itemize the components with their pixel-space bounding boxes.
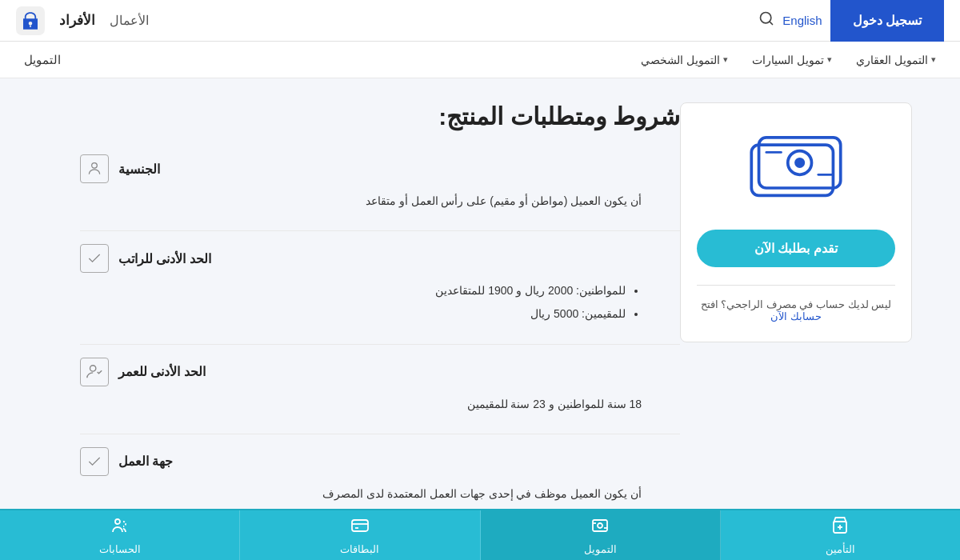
- no-account-text: ليس لديك حساب في مصرف الراجحي؟ افتح حساب…: [697, 298, 895, 322]
- nav-cars-label: تمويل السيارات: [752, 54, 824, 66]
- nav-finance-main[interactable]: التمويل: [24, 53, 61, 67]
- top-nav: تسجيل دخول English الأعمال الأفراد: [0, 0, 960, 42]
- req-title-salary: الحد الأدنى للراتب: [118, 251, 211, 266]
- nav-personal-label: التمويل الشخصي: [641, 54, 720, 66]
- nav-mortgage[interactable]: ▾ التمويل العقاري: [856, 54, 936, 66]
- insurance-icon: [830, 516, 850, 540]
- divider-3: [80, 434, 680, 434]
- svg-point-11: [115, 519, 120, 524]
- english-link[interactable]: English: [782, 14, 822, 27]
- chevron-down-icon: ▾: [723, 54, 728, 65]
- req-body-salary: للمواطنين: 2000 ريال و 1900 للمتقاعدين ل…: [80, 281, 680, 324]
- secondary-nav: ▾ التمويل العقاري ▾ تمويل السيارات ▾ الت…: [0, 42, 960, 78]
- bottom-nav-finance[interactable]: التمويل: [481, 510, 721, 547]
- requirement-employer: جهة العمل أن يكون العميل موظف في إحدى جه…: [80, 447, 680, 504]
- salary-item-citizen: للمواطنين: 2000 ريال و 1900 للمتقاعدين: [80, 281, 626, 301]
- req-header-employer: جهة العمل: [80, 447, 680, 476]
- requirement-salary: الحد الأدنى للراتب للمواطنين: 2000 ريال …: [80, 244, 680, 324]
- nav-personal[interactable]: ▾ التمويل الشخصي: [641, 54, 728, 66]
- content-left: شروط ومتطلبات المنتج: الجنسية أن يكون ال…: [48, 102, 680, 523]
- bottom-nav-accounts[interactable]: الحسابات: [0, 510, 240, 547]
- accounts-label: الحسابات: [99, 543, 141, 547]
- finance-label: التمويل: [584, 543, 617, 547]
- svg-point-16: [598, 523, 602, 528]
- req-title-nationality: الجنسية: [118, 162, 160, 177]
- secondary-nav-items: ▾ التمويل العقاري ▾ تمويل السيارات ▾ الت…: [641, 54, 936, 66]
- top-nav-left: تسجيل دخول English: [758, 0, 944, 42]
- nav-cars[interactable]: ▾ تمويل السيارات: [752, 54, 832, 66]
- bottom-nav-cards[interactable]: البطاقات: [240, 510, 480, 547]
- nav-amal-label[interactable]: الأعمال: [110, 13, 149, 28]
- person-icon: [80, 154, 109, 183]
- nav-logo: الأعمال الأفراد: [16, 6, 149, 35]
- main-content: شروط ومتطلبات المنتج: الجنسية أن يكون ال…: [0, 78, 960, 547]
- cards-label: البطاقات: [340, 543, 379, 547]
- svg-point-3: [92, 163, 98, 169]
- check-icon-employer: [80, 447, 109, 476]
- open-account-link[interactable]: حسابك الآن: [770, 310, 822, 322]
- req-header-age: الحد الأدنى للعمر: [80, 358, 680, 386]
- money-icon: [744, 127, 848, 207]
- req-title-age: الحد الأدنى للعمر: [118, 364, 206, 379]
- insurance-label: التأمين: [826, 543, 855, 547]
- chevron-down-icon: ▾: [931, 54, 936, 65]
- svg-line-1: [770, 22, 773, 25]
- svg-point-4: [90, 365, 96, 370]
- divider-1: [80, 230, 680, 231]
- req-header-salary: الحد الأدنى للراتب: [80, 244, 680, 273]
- divider-2: [80, 344, 680, 345]
- person-check-icon: [80, 358, 109, 386]
- content-right: تقدم بطلبك الآن ليس لديك حساب في مصرف ال…: [680, 102, 912, 523]
- apply-button[interactable]: تقدم بطلبك الآن: [697, 230, 895, 267]
- req-body-nationality: أن يكون العميل (مواطن أو مقيم) على رأس ا…: [80, 191, 680, 211]
- accounts-icon: [110, 516, 130, 540]
- svg-point-8: [794, 158, 805, 168]
- search-button[interactable]: [758, 10, 774, 30]
- requirement-nationality: الجنسية أن يكون العميل (مواطن أو مقيم) ع…: [80, 154, 680, 211]
- cards-icon: [350, 516, 370, 540]
- nav-mortgage-label: التمويل العقاري: [856, 54, 928, 66]
- sidebar-divider: [697, 285, 895, 286]
- page-title: شروط ومتطلبات المنتج:: [80, 102, 680, 130]
- req-title-employer: جهة العمل: [118, 454, 173, 469]
- req-header-nationality: الجنسية: [80, 154, 680, 183]
- bottom-nav: الحسابات البطاقات التمويل: [0, 509, 960, 547]
- money-icon-area: [697, 127, 895, 207]
- chevron-down-icon: ▾: [827, 54, 832, 65]
- check-icon-salary: [80, 244, 109, 273]
- req-body-employer: أن يكون العميل موظف في إحدى جهات العمل ا…: [80, 484, 680, 504]
- nav-afrad-label[interactable]: الأفراد: [59, 12, 95, 29]
- svg-rect-15: [593, 520, 607, 531]
- finance-icon: [590, 516, 610, 540]
- login-button[interactable]: تسجيل دخول: [830, 0, 944, 42]
- salary-item-resident: للمقيمين: 5000 ريال: [80, 304, 626, 324]
- bank-logo-icon: [16, 6, 45, 35]
- sidebar-card: تقدم بطلبك الآن ليس لديك حساب في مصرف ال…: [680, 102, 912, 342]
- bottom-nav-insurance[interactable]: التأمين: [721, 510, 960, 547]
- requirement-age: الحد الأدنى للعمر 18 سنة للمواطنين و 23 …: [80, 358, 680, 414]
- svg-rect-12: [352, 520, 368, 531]
- req-body-age: 18 سنة للمواطنين و 23 سنة للمقيمين: [80, 394, 680, 414]
